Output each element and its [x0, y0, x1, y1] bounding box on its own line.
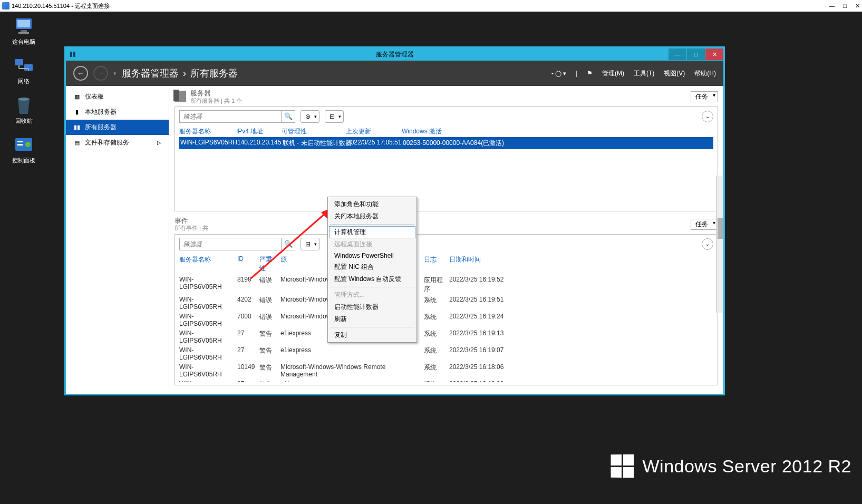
cm-refresh[interactable]: 刷新	[329, 313, 415, 325]
header-last-update[interactable]: 上次更新	[346, 127, 402, 136]
server-manager-window: 服务器管理器 — □ ✕ ← → ▾ 服务器管理器 › 所有服务器 • ◯ ▾ …	[64, 46, 725, 395]
event-row[interactable]: WIN-LGIPS6V05RH7000错误Microsoft-Windows-S…	[179, 312, 713, 328]
desktop-icon-control-panel[interactable]: 控制面板	[5, 135, 42, 164]
sm-titlebar[interactable]: 服务器管理器 — □ ✕	[66, 48, 723, 61]
sidebar-item-local-server[interactable]: ▮ 本地服务器	[66, 104, 169, 120]
nav-back-button[interactable]: ←	[73, 66, 88, 81]
header-manageability[interactable]: 可管理性	[282, 127, 346, 136]
servers-table-headers: 服务器名称 IPv4 地址 可管理性 上次更新 Windows 激活	[179, 126, 713, 137]
events-table-body: WIN-LGIPS6V05RH8198错误Microsoft-Windows-S…	[179, 275, 713, 382]
cm-powershell[interactable]: Windows PowerShell	[329, 250, 415, 261]
server-row[interactable]: WIN-LGIPS6V05RH 140.210.20.145 联机 - 未启动性…	[179, 137, 713, 149]
sm-header: ← → ▾ 服务器管理器 › 所有服务器 • ◯ ▾ | ⚑ 管理(M) 工具(…	[66, 61, 723, 86]
desktop-icon-network[interactable]: 网络	[5, 56, 42, 85]
event-row[interactable]: WIN-LGIPS6V05RH8198错误Microsoft-Windows-S…	[179, 275, 713, 295]
host-titlebar: 140.210.20.145:51104 - 远程桌面连接 — □ ✕	[0, 0, 862, 12]
cm-copy[interactable]: 复制	[329, 329, 415, 341]
server-icon: ▮	[73, 109, 81, 115]
servers-filter-wrap: 🔍	[179, 110, 295, 123]
desktop-icon-computer[interactable]: 这台电脑	[5, 17, 42, 46]
svg-rect-4	[15, 59, 23, 65]
menu-tools[interactable]: 工具(T)	[634, 69, 654, 78]
events-panel: 🔍 ⊟ ⌄ 服务器名称 ID 严重性 源 日志 日期和时间 WIN-LGIPS6…	[175, 234, 718, 385]
servers-subtitle: 所有服务器 | 共 1 个	[190, 98, 242, 104]
host-close-button[interactable]: ✕	[855, 3, 860, 9]
event-row[interactable]: WIN-LGIPS6V05RH10149警告Microsoft-Windows-…	[179, 362, 713, 379]
event-row[interactable]: WIN-LGIPS6V05RH27警告e1iexpress系统2022/3/25…	[179, 328, 713, 345]
events-section-header: 事件 所有事件 | 共 任务	[175, 217, 718, 232]
menu-manage[interactable]: 管理(M)	[602, 69, 624, 78]
storage-icon: ▤	[73, 140, 81, 146]
events-tasks-dropdown[interactable]: 任务	[691, 219, 718, 230]
rdp-app-icon	[2, 2, 9, 9]
cm-add-roles[interactable]: 添加角色和功能	[329, 198, 415, 210]
servers-filter-input[interactable]	[180, 113, 281, 120]
server-context-menu: 添加角色和功能 关闭本地服务器 计算机管理 远程桌面连接 Windows Pow…	[327, 197, 417, 343]
sm-maximize-button[interactable]: □	[687, 49, 705, 60]
cm-shutdown[interactable]: 关闭本地服务器	[329, 210, 415, 222]
events-expand-button[interactable]: ⌄	[702, 238, 713, 250]
svg-rect-1	[17, 20, 30, 27]
svg-rect-16	[73, 52, 75, 57]
events-subtitle: 所有事件 | 共	[175, 225, 208, 231]
servers-filter-options-button[interactable]: ⊜	[301, 110, 319, 123]
sm-close-button[interactable]: ✕	[705, 49, 723, 60]
svg-rect-12	[17, 144, 23, 146]
sidebar-item-all-servers[interactable]: ▮▮ 所有服务器	[66, 120, 169, 135]
chevron-right-icon: ▷	[157, 140, 161, 146]
cm-separator	[330, 287, 414, 287]
nav-dropdown-icon[interactable]: ▾	[113, 70, 117, 77]
header-ipv4[interactable]: IPv4 地址	[236, 127, 282, 136]
servers-icon: ▮▮	[73, 124, 81, 131]
windows-logo-icon	[611, 454, 634, 478]
content-area: 服务器 所有服务器 | 共 1 个 任务 🔍 ⊜ ⊟	[169, 86, 723, 394]
event-row[interactable]: WIN-LGIPS6V05RH4202错误Microsoft-Windows-I…	[179, 295, 713, 312]
search-icon[interactable]: 🔍	[281, 111, 295, 122]
nav-forward-button: →	[93, 66, 108, 81]
servers-title: 服务器	[190, 89, 242, 98]
refresh-dropdown-icon[interactable]: • ◯ ▾	[551, 70, 566, 77]
menu-view[interactable]: 视图(V)	[664, 69, 685, 78]
cm-rdp: 远程桌面连接	[329, 238, 415, 250]
cm-windows-feedback[interactable]: 配置 Windows 自动反馈	[329, 273, 415, 285]
desktop-icon-recycle-bin[interactable]: 回收站	[5, 96, 42, 125]
cm-nic-teaming[interactable]: 配置 NIC 组合	[329, 261, 415, 273]
cm-separator	[330, 327, 414, 327]
events-filter-input[interactable]	[180, 240, 281, 248]
event-row[interactable]: WIN-LGIPS6V05RH27警告e1iexpress系统2022/3/25…	[179, 345, 713, 362]
servers-section-header: 服务器 所有服务器 | 共 1 个 任务	[175, 89, 718, 104]
host-maximize-button[interactable]: □	[843, 3, 847, 9]
host-minimize-button[interactable]: —	[829, 3, 835, 9]
menu-help[interactable]: 帮助(H)	[694, 69, 716, 78]
svg-rect-3	[18, 32, 29, 34]
flag-icon[interactable]: ⚑	[587, 70, 593, 77]
sidebar-item-file-storage[interactable]: ▤ 文件和存储服务 ▷	[66, 135, 169, 150]
cm-computer-management[interactable]: 计算机管理	[329, 226, 415, 238]
servers-section-icon	[175, 91, 186, 102]
remote-desktop: 这台电脑 网络 回收站 控制面板 服务器管理器 — □ ✕	[0, 12, 862, 504]
content-scrollbar[interactable]	[716, 176, 723, 313]
sidebar: ▦ 仪表板 ▮ 本地服务器 ▮▮ 所有服务器 ▤ 文件和存储服务 ▷	[66, 86, 169, 394]
servers-panel: 🔍 ⊜ ⊟ ⌄ 服务器名称 IPv4 地址 可管理性 上次更新 Windows …	[175, 106, 718, 211]
sm-minimize-button[interactable]: —	[669, 49, 686, 60]
events-filter-wrap: 🔍	[179, 238, 295, 250]
host-title: 140.210.20.145:51104 - 远程桌面连接	[12, 2, 110, 10]
cm-separator	[330, 224, 414, 225]
servers-tasks-dropdown[interactable]: 任务	[691, 91, 718, 102]
header-activation[interactable]: Windows 激活	[402, 127, 497, 136]
servers-save-query-button[interactable]: ⊟	[325, 110, 344, 123]
sidebar-item-dashboard[interactable]: ▦ 仪表板	[66, 89, 169, 104]
os-watermark: Windows Server 2012 R2	[611, 454, 851, 478]
servers-expand-button[interactable]: ⌄	[702, 111, 713, 122]
event-row[interactable]: WIN-LGIPS6V05RH27警告e1iexpress系统2022/3/25…	[179, 379, 713, 382]
search-icon[interactable]: 🔍	[281, 238, 295, 250]
events-title: 事件	[175, 217, 208, 225]
desktop-icons: 这台电脑 网络 回收站 控制面板	[5, 17, 42, 164]
svg-point-13	[25, 142, 31, 147]
header-server-name[interactable]: 服务器名称	[179, 127, 236, 136]
breadcrumb-leaf[interactable]: 所有服务器	[190, 67, 238, 80]
cm-start-perf-counters[interactable]: 启动性能计数器	[329, 301, 415, 313]
events-save-query-button[interactable]: ⊟	[301, 238, 319, 250]
breadcrumb-root[interactable]: 服务器管理器	[122, 67, 179, 80]
server-manager-icon	[69, 51, 76, 58]
